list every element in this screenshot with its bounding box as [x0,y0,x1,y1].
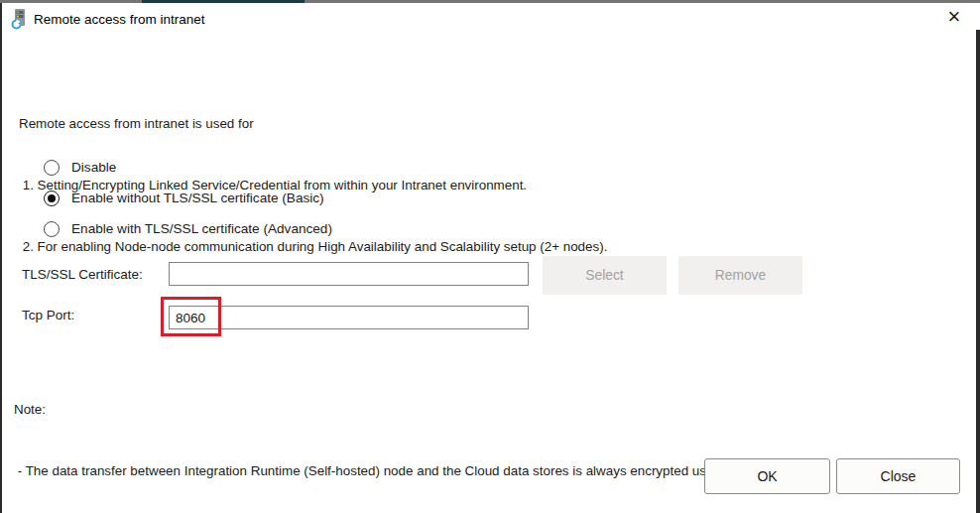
radio-button-icon[interactable] [44,191,60,206]
certificate-label: TLS/SSL Certificate: [22,267,143,282]
certificate-input[interactable] [169,262,529,286]
radio-label: Disable [71,160,116,175]
window-left-edge [0,3,2,513]
integration-runtime-server-icon [11,9,29,30]
intro-line-1: Remote access from intranet is used for [19,114,607,135]
window-top-edge-accent [142,0,305,3]
radio-label: Enable with TLS/SSL certificate (Advance… [71,221,332,236]
radio-option-disable[interactable]: Disable [44,159,332,176]
note-heading: Note: [14,400,930,421]
ok-button[interactable]: OK [704,458,830,494]
radio-label: Enable without TLS/SSL certificate (Basi… [71,191,324,205]
radio-button-icon[interactable] [44,160,60,176]
remote-access-dialog: Remote access from intranet × Remote acc… [0,0,980,513]
close-icon[interactable]: × [939,2,969,32]
remove-certificate-button[interactable]: Remove [678,256,802,295]
select-certificate-button[interactable]: Select [543,256,667,295]
remote-access-mode-group: Disable Enable without TLS/SSL certifica… [44,159,332,237]
intro-line-3: 2. For enabling Node-node communication … [19,237,607,258]
window-right-edge [976,30,980,513]
close-button[interactable]: Close [836,458,960,494]
radio-option-enable-basic[interactable]: Enable without TLS/SSL certificate (Basi… [44,190,332,206]
radio-option-enable-advanced[interactable]: Enable with TLS/SSL certificate (Advance… [44,220,332,237]
tcp-port-input[interactable] [169,306,529,329]
window-title: Remote access from intranet [34,12,205,27]
tcp-port-label: Tcp Port: [22,308,74,322]
radio-button-icon[interactable] [44,221,60,237]
